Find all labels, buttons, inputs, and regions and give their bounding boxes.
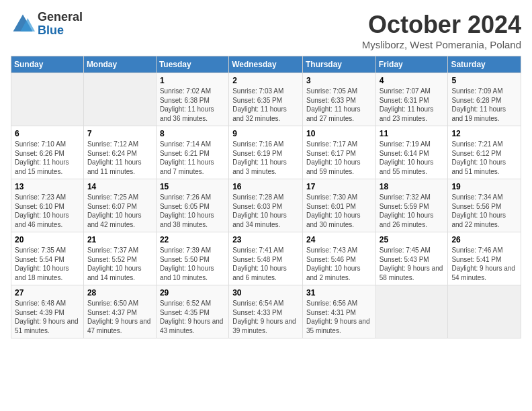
calendar-cell xyxy=(375,285,448,338)
day-number: 3 xyxy=(306,76,372,85)
day-info: Sunrise: 7:37 AM Sunset: 5:52 PM Dayligh… xyxy=(87,246,152,282)
calendar-cell: 10Sunrise: 7:17 AM Sunset: 6:17 PM Dayli… xyxy=(302,126,375,179)
week-row-3: 13Sunrise: 7:23 AM Sunset: 6:10 PM Dayli… xyxy=(11,179,521,232)
day-info: Sunrise: 7:41 AM Sunset: 5:48 PM Dayligh… xyxy=(232,246,299,282)
calendar-cell xyxy=(83,73,156,126)
day-number: 22 xyxy=(160,235,225,244)
day-number: 30 xyxy=(232,288,299,298)
header-day-tuesday: Tuesday xyxy=(156,56,228,73)
calendar-header-row: SundayMondayTuesdayWednesdayThursdayFrid… xyxy=(11,56,521,73)
day-info: Sunrise: 7:19 AM Sunset: 6:14 PM Dayligh… xyxy=(380,140,445,176)
calendar-cell: 21Sunrise: 7:37 AM Sunset: 5:52 PM Dayli… xyxy=(83,232,156,285)
day-number: 9 xyxy=(232,129,299,138)
day-info: Sunrise: 7:35 AM Sunset: 5:54 PM Dayligh… xyxy=(15,246,80,282)
logo-blue-text: Blue xyxy=(38,24,83,38)
day-number: 27 xyxy=(15,288,80,298)
day-info: Sunrise: 7:39 AM Sunset: 5:50 PM Dayligh… xyxy=(160,246,225,282)
day-number: 16 xyxy=(232,182,299,191)
day-info: Sunrise: 7:14 AM Sunset: 6:21 PM Dayligh… xyxy=(160,140,225,176)
day-number: 21 xyxy=(87,235,152,244)
day-info: Sunrise: 6:54 AM Sunset: 4:33 PM Dayligh… xyxy=(232,299,299,335)
day-number: 14 xyxy=(87,182,152,191)
day-number: 11 xyxy=(380,129,445,138)
day-info: Sunrise: 7:12 AM Sunset: 6:24 PM Dayligh… xyxy=(87,140,152,176)
day-info: Sunrise: 7:30 AM Sunset: 6:01 PM Dayligh… xyxy=(306,193,372,229)
header-day-monday: Monday xyxy=(83,56,156,73)
logo-icon xyxy=(11,12,35,36)
day-number: 1 xyxy=(160,76,225,85)
location-title: Mysliborz, West Pomerania, Poland xyxy=(362,39,521,50)
calendar-cell: 5Sunrise: 7:09 AM Sunset: 6:28 PM Daylig… xyxy=(448,73,521,126)
page-header: General Blue October 2024 Mysliborz, Wes… xyxy=(11,11,521,50)
calendar-table: SundayMondayTuesdayWednesdayThursdayFrid… xyxy=(11,56,521,338)
day-info: Sunrise: 7:02 AM Sunset: 6:38 PM Dayligh… xyxy=(160,87,225,123)
day-info: Sunrise: 7:09 AM Sunset: 6:28 PM Dayligh… xyxy=(451,87,517,123)
calendar-cell: 24Sunrise: 7:43 AM Sunset: 5:46 PM Dayli… xyxy=(302,232,375,285)
day-info: Sunrise: 7:34 AM Sunset: 5:56 PM Dayligh… xyxy=(451,193,517,229)
calendar-cell: 30Sunrise: 6:54 AM Sunset: 4:33 PM Dayli… xyxy=(229,285,303,338)
calendar-cell: 27Sunrise: 6:48 AM Sunset: 4:39 PM Dayli… xyxy=(11,285,84,338)
calendar-cell: 20Sunrise: 7:35 AM Sunset: 5:54 PM Dayli… xyxy=(11,232,84,285)
calendar-cell: 15Sunrise: 7:26 AM Sunset: 6:05 PM Dayli… xyxy=(156,179,228,232)
calendar-cell: 28Sunrise: 6:50 AM Sunset: 4:37 PM Dayli… xyxy=(83,285,156,338)
day-number: 31 xyxy=(306,288,372,298)
week-row-2: 6Sunrise: 7:10 AM Sunset: 6:26 PM Daylig… xyxy=(11,126,521,179)
calendar-cell: 16Sunrise: 7:28 AM Sunset: 6:03 PM Dayli… xyxy=(229,179,303,232)
day-info: Sunrise: 6:48 AM Sunset: 4:39 PM Dayligh… xyxy=(15,299,80,335)
calendar-body: 1Sunrise: 7:02 AM Sunset: 6:38 PM Daylig… xyxy=(11,73,521,338)
day-number: 4 xyxy=(380,76,445,85)
day-info: Sunrise: 7:28 AM Sunset: 6:03 PM Dayligh… xyxy=(232,193,299,229)
calendar-cell: 26Sunrise: 7:46 AM Sunset: 5:41 PM Dayli… xyxy=(448,232,521,285)
calendar-cell: 8Sunrise: 7:14 AM Sunset: 6:21 PM Daylig… xyxy=(156,126,228,179)
day-info: Sunrise: 7:45 AM Sunset: 5:43 PM Dayligh… xyxy=(380,246,445,282)
calendar-cell: 23Sunrise: 7:41 AM Sunset: 5:48 PM Dayli… xyxy=(229,232,303,285)
day-info: Sunrise: 7:46 AM Sunset: 5:41 PM Dayligh… xyxy=(451,246,517,282)
header-day-thursday: Thursday xyxy=(302,56,375,73)
day-info: Sunrise: 7:43 AM Sunset: 5:46 PM Dayligh… xyxy=(306,246,372,282)
day-number: 28 xyxy=(87,288,152,298)
day-info: Sunrise: 7:21 AM Sunset: 6:12 PM Dayligh… xyxy=(451,140,517,176)
day-number: 15 xyxy=(160,182,225,191)
day-number: 20 xyxy=(15,235,80,244)
calendar-cell: 29Sunrise: 6:52 AM Sunset: 4:35 PM Dayli… xyxy=(156,285,228,338)
title-area: October 2024 Mysliborz, West Pomerania, … xyxy=(362,11,521,50)
day-info: Sunrise: 7:32 AM Sunset: 5:59 PM Dayligh… xyxy=(380,193,445,229)
calendar-cell: 3Sunrise: 7:05 AM Sunset: 6:33 PM Daylig… xyxy=(302,73,375,126)
header-day-sunday: Sunday xyxy=(11,56,84,73)
calendar-cell: 2Sunrise: 7:03 AM Sunset: 6:35 PM Daylig… xyxy=(229,73,303,126)
calendar-cell: 25Sunrise: 7:45 AM Sunset: 5:43 PM Dayli… xyxy=(375,232,448,285)
day-info: Sunrise: 7:07 AM Sunset: 6:31 PM Dayligh… xyxy=(380,87,445,123)
header-day-friday: Friday xyxy=(375,56,448,73)
month-title: October 2024 xyxy=(362,11,521,39)
day-number: 13 xyxy=(15,182,80,191)
week-row-4: 20Sunrise: 7:35 AM Sunset: 5:54 PM Dayli… xyxy=(11,232,521,285)
day-number: 2 xyxy=(232,76,299,85)
header-day-saturday: Saturday xyxy=(448,56,521,73)
day-number: 19 xyxy=(451,182,517,191)
logo-general-text: General xyxy=(38,11,83,24)
calendar-cell xyxy=(11,73,84,126)
day-number: 8 xyxy=(160,129,225,138)
day-number: 7 xyxy=(87,129,152,138)
calendar-cell: 9Sunrise: 7:16 AM Sunset: 6:19 PM Daylig… xyxy=(229,126,303,179)
week-row-1: 1Sunrise: 7:02 AM Sunset: 6:38 PM Daylig… xyxy=(11,73,521,126)
calendar-cell: 22Sunrise: 7:39 AM Sunset: 5:50 PM Dayli… xyxy=(156,232,228,285)
day-info: Sunrise: 7:26 AM Sunset: 6:05 PM Dayligh… xyxy=(160,193,225,229)
day-info: Sunrise: 7:10 AM Sunset: 6:26 PM Dayligh… xyxy=(15,140,80,176)
day-info: Sunrise: 7:23 AM Sunset: 6:10 PM Dayligh… xyxy=(15,193,80,229)
day-info: Sunrise: 7:17 AM Sunset: 6:17 PM Dayligh… xyxy=(306,140,372,176)
day-info: Sunrise: 7:03 AM Sunset: 6:35 PM Dayligh… xyxy=(232,87,299,123)
calendar-cell: 12Sunrise: 7:21 AM Sunset: 6:12 PM Dayli… xyxy=(448,126,521,179)
calendar-cell xyxy=(448,285,521,338)
day-number: 10 xyxy=(306,129,372,138)
calendar-cell: 6Sunrise: 7:10 AM Sunset: 6:26 PM Daylig… xyxy=(11,126,84,179)
calendar-cell: 18Sunrise: 7:32 AM Sunset: 5:59 PM Dayli… xyxy=(375,179,448,232)
day-info: Sunrise: 6:50 AM Sunset: 4:37 PM Dayligh… xyxy=(87,299,152,335)
logo: General Blue xyxy=(11,11,83,38)
day-number: 26 xyxy=(451,235,517,244)
calendar-cell: 19Sunrise: 7:34 AM Sunset: 5:56 PM Dayli… xyxy=(448,179,521,232)
day-number: 6 xyxy=(15,129,80,138)
calendar-cell: 1Sunrise: 7:02 AM Sunset: 6:38 PM Daylig… xyxy=(156,73,228,126)
day-info: Sunrise: 7:16 AM Sunset: 6:19 PM Dayligh… xyxy=(232,140,299,176)
calendar-cell: 7Sunrise: 7:12 AM Sunset: 6:24 PM Daylig… xyxy=(83,126,156,179)
